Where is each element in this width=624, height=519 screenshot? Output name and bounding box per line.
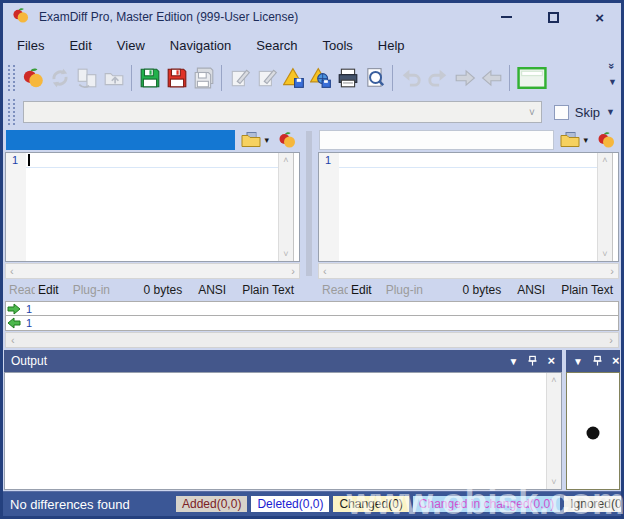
diff-stat-badges: Added(0,0)Deleted(0,0)Changed(0)Changed …	[176, 496, 621, 512]
menu-item-help[interactable]: Help	[378, 38, 405, 53]
right-horizontal-scrollbar[interactable]: ‹ ›	[318, 263, 619, 279]
edit-first-file-button[interactable]	[226, 64, 253, 92]
copy-to-left-button[interactable]	[478, 64, 505, 92]
scroll-up-icon[interactable]: ˄	[283, 155, 288, 165]
save-second-file-button[interactable]	[163, 64, 190, 92]
edit-mode-indicator[interactable]: Edit	[38, 283, 59, 297]
close-icon[interactable]: ×	[547, 355, 555, 367]
minimize-button[interactable]	[501, 16, 512, 18]
left-editor[interactable]: 1 ˄ ˅	[5, 152, 300, 262]
compare-area: ▾ 1 ˄ ˅	[3, 127, 621, 300]
merge-row[interactable]: 1	[5, 301, 619, 316]
save-differences-button[interactable]	[280, 64, 307, 92]
close-icon[interactable]: ×	[612, 355, 620, 367]
scroll-left-icon[interactable]: ‹	[10, 265, 14, 277]
print-icon	[337, 67, 359, 89]
menu-item-view[interactable]: View	[117, 38, 145, 53]
save-second-icon	[166, 67, 188, 89]
save-first-file-button[interactable]	[136, 64, 163, 92]
left-vertical-scrollbar[interactable]: ˄ ˅	[278, 153, 293, 261]
maximize-button[interactable]	[548, 12, 559, 23]
output-vertical-scrollbar[interactable]: ˄ ˅	[546, 373, 561, 489]
edit-first-icon	[229, 67, 251, 89]
status-message: No differences found	[10, 497, 176, 512]
merge-line-number: 1	[26, 317, 32, 329]
right-compare-button[interactable]	[594, 129, 618, 151]
save-differences-as-html-button[interactable]	[307, 64, 334, 92]
menu-item-search[interactable]: Search	[256, 38, 297, 53]
file-size: 0 bytes	[462, 283, 501, 297]
left-browse-button[interactable]: ▾	[238, 129, 272, 151]
undo-icon	[400, 67, 422, 89]
app-logo-icon	[597, 131, 615, 149]
scroll-left-icon[interactable]: ‹	[11, 334, 15, 346]
side-panel-header[interactable]: ▼ ×	[566, 350, 620, 372]
right-diff-map-strip	[612, 153, 618, 261]
scroll-left-icon[interactable]: ‹	[323, 265, 327, 277]
left-compare-button[interactable]	[275, 129, 299, 151]
open-files-button[interactable]	[100, 64, 127, 92]
status-badge: Changed in changed(0,0)	[413, 496, 560, 512]
scroll-right-icon[interactable]: ›	[609, 334, 613, 346]
app-logo-icon	[12, 7, 29, 28]
session-toolbar: ˅ Skip ▼	[3, 97, 621, 127]
plugin-indicator[interactable]: Plug-in	[73, 283, 110, 297]
right-browse-button[interactable]: ▾	[557, 129, 591, 151]
pane-splitter[interactable]	[301, 127, 317, 300]
left-horizontal-scrollbar[interactable]: ‹ ›	[5, 263, 300, 279]
swap-panes-button[interactable]	[73, 64, 100, 92]
chevron-double-down-icon: »	[608, 63, 618, 69]
scroll-right-icon[interactable]: ›	[610, 265, 614, 277]
merge-row[interactable]: 1	[5, 316, 619, 331]
toolbar-overflow-button[interactable]: » ▼	[608, 61, 617, 87]
toolbar-grip[interactable]	[8, 99, 15, 125]
toolbar-grip[interactable]	[8, 65, 15, 91]
edit-mode-indicator[interactable]: Edit	[351, 283, 372, 297]
scroll-right-icon[interactable]: ›	[291, 265, 295, 277]
pin-icon[interactable]	[592, 355, 603, 367]
right-vertical-scrollbar[interactable]: ˄ ˅	[597, 153, 612, 261]
edit-second-file-button[interactable]	[253, 64, 280, 92]
session-combobox[interactable]: ˅	[23, 101, 542, 123]
copy-right-arrow-icon[interactable]	[7, 303, 21, 315]
menu-item-navigation[interactable]: Navigation	[170, 38, 231, 53]
left-file-path-combobox[interactable]	[6, 130, 235, 150]
scroll-up-icon[interactable]: ˄	[602, 155, 607, 165]
skip-checkbox[interactable]	[554, 105, 569, 120]
plugin-indicator[interactable]: Plug-in	[386, 283, 423, 297]
panel-menu-icon[interactable]: ▼	[509, 356, 519, 367]
redo-icon	[427, 67, 449, 89]
redo-button[interactable]	[424, 64, 451, 92]
left-editor-content[interactable]	[26, 153, 278, 261]
menu-item-files[interactable]: Files	[17, 38, 44, 53]
panel-menu-icon[interactable]: ▼	[573, 356, 583, 367]
output-panel: Output ▼ × ˄ ˅	[4, 350, 562, 490]
file-size: 0 bytes	[143, 283, 182, 297]
print-preview-button[interactable]	[361, 64, 388, 92]
close-button[interactable]: ×	[595, 12, 604, 23]
menu-item-edit[interactable]: Edit	[69, 38, 91, 53]
output-panel-header[interactable]: Output ▼ ×	[4, 350, 562, 372]
right-file-path-combobox[interactable]	[319, 130, 554, 150]
recompare-button[interactable]	[46, 64, 73, 92]
copy-to-right-button[interactable]	[451, 64, 478, 92]
pane-layout-button[interactable]	[514, 64, 550, 92]
scroll-down-icon[interactable]: ˅	[602, 249, 607, 259]
copy-left-arrow-icon[interactable]	[7, 317, 21, 329]
save-both-icon	[193, 67, 215, 89]
scroll-down-icon[interactable]: ˅	[551, 477, 556, 487]
save-both-files-button[interactable]	[190, 64, 217, 92]
right-editor[interactable]: 1 ˄ ˅	[318, 152, 619, 262]
merge-horizontal-scrollbar[interactable]: ‹ ›	[5, 332, 619, 348]
text-caret	[28, 154, 30, 166]
toolbar2-dropdown-button[interactable]: ▼	[606, 107, 615, 117]
menu-item-tools[interactable]: Tools	[322, 38, 352, 53]
scroll-up-icon[interactable]: ˄	[551, 375, 556, 385]
skip-label: Skip	[575, 105, 600, 120]
scroll-down-icon[interactable]: ˅	[283, 249, 288, 259]
undo-button[interactable]	[397, 64, 424, 92]
compare-files-button[interactable]	[19, 64, 46, 92]
pin-icon[interactable]	[527, 355, 538, 367]
right-editor-content[interactable]	[339, 153, 597, 261]
print-button[interactable]	[334, 64, 361, 92]
